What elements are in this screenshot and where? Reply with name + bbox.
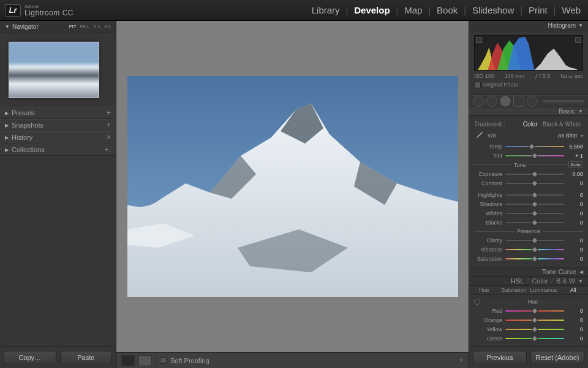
treatment-color[interactable]: Color [521, 121, 540, 128]
clear-history-icon[interactable]: × [107, 133, 111, 142]
tone-curve-header[interactable]: Tone Curve◀ [469, 267, 588, 277]
crop-tool-icon[interactable] [473, 96, 484, 107]
highlight-clip-icon[interactable] [575, 37, 581, 43]
focal-value: 140 mm [505, 73, 525, 79]
soft-proofing-label: Soft Proofing [170, 357, 209, 364]
module-slideshow[interactable]: Slideshow [470, 5, 516, 15]
tool-strip [469, 95, 588, 107]
left-panel: ▼ Navigator FIT FILL 1:1 2:1 ▶Presets+ ▶… [0, 21, 116, 368]
section-snapshots[interactable]: ▶Snapshots+ [0, 119, 116, 131]
add-collection-icon[interactable]: +. [105, 145, 111, 154]
loupe-view-icon[interactable] [121, 355, 135, 366]
auto-tone-button[interactable]: Auto [568, 161, 583, 168]
clarity-slider[interactable] [505, 239, 565, 242]
reset-button[interactable]: Reset (Adobe) [530, 351, 584, 364]
navigator-label: Navigator [12, 23, 39, 30]
copy-button[interactable]: Copy… [4, 351, 56, 364]
grad-filter-icon[interactable] [513, 96, 524, 107]
treatment-label: Treatment : [474, 121, 521, 128]
section-collections[interactable]: ▶Collections+. [0, 144, 116, 156]
module-library[interactable]: Library [309, 5, 342, 15]
shadow-clip-icon[interactable] [476, 37, 482, 43]
module-print[interactable]: Print [526, 5, 550, 15]
zoom-fit[interactable]: FIT [69, 24, 77, 29]
hsl-tab-all[interactable]: All [559, 287, 589, 293]
navigator-header[interactable]: ▼ Navigator FIT FILL 1:1 2:1 [0, 21, 116, 33]
module-book[interactable]: Book [434, 5, 460, 15]
before-after-icon[interactable] [138, 355, 152, 366]
hsl-tab-hue[interactable]: Hue [469, 287, 499, 293]
center-panel: Soft Proofing ▼ [116, 21, 469, 368]
collapse-icon: ▼ [5, 24, 10, 29]
hsl-tab-lum[interactable]: Luminance [529, 287, 559, 293]
photo-preview [127, 76, 458, 297]
section-presets[interactable]: ▶Presets+ [0, 107, 116, 119]
eyedropper-icon[interactable] [474, 131, 484, 140]
add-snapshot-icon[interactable]: + [107, 121, 111, 129]
brand-name: Lightroom CC [24, 9, 74, 17]
aperture-value: ƒ / 5.6 [535, 73, 550, 79]
hue-yellow-slider[interactable] [505, 328, 565, 331]
exposure-slider[interactable] [505, 173, 565, 175]
hsl-header[interactable]: HSL/ Color/ B & W ▼ [469, 277, 588, 286]
paste-button[interactable]: Paste [60, 351, 113, 364]
soft-proofing-checkbox[interactable] [160, 357, 167, 364]
brush-size-slider[interactable] [543, 100, 584, 102]
right-panel: Histogram▼ ISO 100 140 mm ƒ / 5.6 ¹⁄₁₂₅₀… [469, 21, 588, 368]
shadows-slider[interactable] [505, 203, 565, 205]
module-develop[interactable]: Develop [352, 5, 392, 15]
highlights-slider[interactable] [505, 194, 565, 196]
radial-filter-icon[interactable] [527, 96, 538, 107]
tint-slider[interactable] [505, 155, 565, 157]
vibrance-slider[interactable] [505, 248, 565, 251]
temp-slider[interactable] [505, 145, 565, 148]
blacks-slider[interactable] [505, 221, 565, 224]
original-photo-checkbox[interactable] [474, 82, 481, 88]
collapse-icon: ▼ [578, 23, 583, 28]
wb-dropdown[interactable]: As Shot [557, 132, 577, 139]
toolbar-dropdown-icon[interactable]: ▼ [459, 358, 464, 363]
zoom-1to1[interactable]: 1:1 [94, 24, 100, 29]
hsl-tab-sat[interactable]: Saturation [499, 287, 529, 293]
zoom-fill[interactable]: FILL [80, 24, 90, 29]
hue-orange-slider[interactable] [505, 319, 565, 321]
top-bar: Lr Adobe Lightroom CC Library| Develop| … [0, 0, 588, 21]
contrast-slider[interactable] [505, 182, 565, 185]
whites-slider[interactable] [505, 212, 565, 215]
iso-value: ISO 100 [474, 73, 494, 79]
previous-button[interactable]: Previous [473, 351, 527, 364]
logo: Lr Adobe Lightroom CC [5, 4, 74, 17]
saturation-slider[interactable] [505, 258, 565, 260]
hsl-tabs: Hue Saturation Luminance All [469, 286, 588, 295]
shutter-value: ¹⁄₁₂₅₀ sec [560, 73, 583, 79]
module-map[interactable]: Map [402, 5, 424, 15]
spot-tool-icon[interactable] [486, 96, 497, 107]
add-preset-icon[interactable]: + [107, 109, 111, 117]
histogram[interactable] [474, 35, 583, 71]
hue-red-slider[interactable] [505, 310, 565, 312]
treatment-bw[interactable]: Black & White [540, 121, 583, 128]
redeye-tool-icon[interactable] [500, 96, 511, 107]
center-toolbar: Soft Proofing ▼ [116, 352, 469, 368]
basic-header[interactable]: Basic▼ [469, 107, 588, 117]
module-web[interactable]: Web [559, 5, 583, 15]
hue-green-slider[interactable] [505, 337, 565, 340]
navigator-thumbnail[interactable] [9, 42, 99, 98]
histogram-header[interactable]: Histogram▼ [469, 21, 588, 31]
basic-panel: Treatment : Color Black & White WB : As … [469, 116, 588, 267]
image-canvas[interactable] [116, 21, 469, 352]
module-picker: Library| Develop| Map| Book| Slideshow| … [309, 5, 583, 15]
navigator-thumbnail-area [0, 33, 116, 107]
zoom-2to1[interactable]: 2:1 [104, 24, 111, 29]
logo-badge: Lr [5, 4, 21, 17]
section-history[interactable]: ▶History× [0, 131, 116, 144]
wb-label: WB : [488, 132, 554, 139]
target-adjust-icon[interactable] [474, 299, 480, 305]
